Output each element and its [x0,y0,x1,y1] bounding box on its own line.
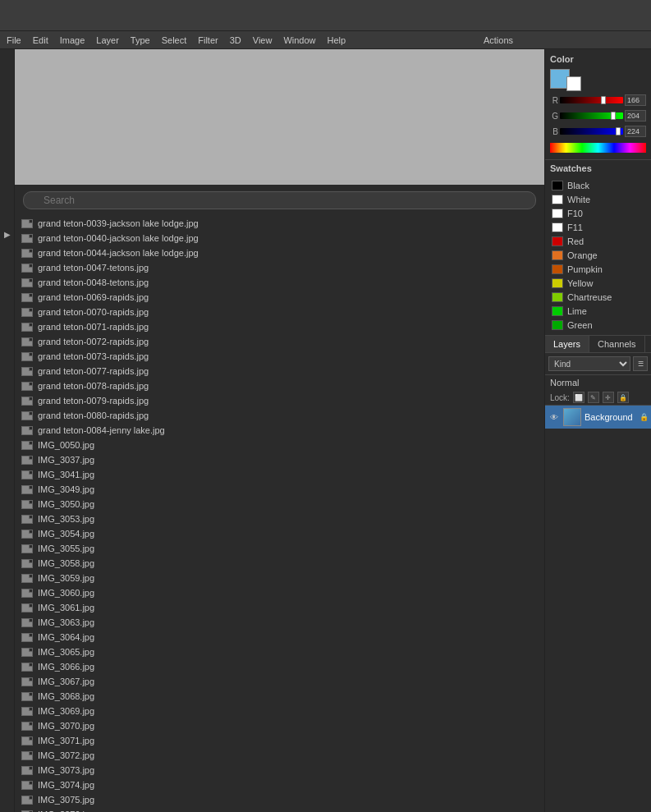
menu-3d[interactable]: 3D [230,35,241,45]
list-item[interactable]: grand teton-0039-jackson lake lodge.jpg [15,216,544,231]
swatch-item[interactable]: Black [550,178,646,192]
layer-visibility-icon[interactable]: 👁 [548,411,560,423]
list-item[interactable]: IMG_3066.jpg [15,659,544,674]
list-item[interactable]: IMG_3041.jpg [15,467,544,482]
list-item[interactable]: IMG_3054.jpg [15,526,544,541]
swatch-item[interactable]: Green [550,318,646,332]
list-item[interactable]: IMG_3064.jpg [15,630,544,645]
list-item[interactable]: IMG_3049.jpg [15,482,544,497]
list-item[interactable]: grand teton-0071-rapids.jpg [15,319,544,334]
list-item[interactable]: grand teton-0069-rapids.jpg [15,290,544,305]
g-value[interactable] [625,110,646,122]
file-icon [21,352,33,361]
layer-item-background[interactable]: 👁 Background 🔒 [545,406,651,429]
file-icon [21,485,33,494]
file-name: IMG_3050.jpg [38,499,94,509]
file-icon [21,530,33,539]
file-icon [21,264,33,273]
swatch-item[interactable]: Lime [550,304,646,318]
list-item[interactable]: IMG_3058.jpg [15,556,544,571]
search-input[interactable] [23,191,536,209]
menu-view[interactable]: View [253,35,273,45]
list-item[interactable]: IMG_3037.jpg [15,452,544,467]
menu-image[interactable]: Image [60,35,85,45]
file-icon [21,293,33,302]
b-value[interactable] [625,126,646,137]
list-item[interactable]: IMG_3053.jpg [15,512,544,526]
menu-filter[interactable]: Filter [198,35,218,45]
list-item[interactable]: grand teton-0044-jackson lake lodge.jpg [15,245,544,260]
list-item[interactable]: IMG_3067.jpg [15,674,544,689]
swatch-item[interactable]: Yellow [550,276,646,290]
menu-type[interactable]: Type [131,35,150,45]
file-list[interactable]: grand teton-0039-jackson lake lodge.jpgg… [15,216,544,812]
swatch-item[interactable]: F11 [550,220,646,234]
tab-channels[interactable]: Channels [589,336,644,352]
list-item[interactable]: IMG_3075.jpg [15,792,544,807]
list-item[interactable]: IMG_3076.jpg [15,807,544,812]
spectrum-bar[interactable] [550,143,646,153]
swatch-color-box [552,264,563,274]
list-item[interactable]: grand teton-0070-rapids.jpg [15,305,544,319]
list-item[interactable]: IMG_3068.jpg [15,689,544,704]
tab-layers[interactable]: Layers [545,336,589,352]
blend-mode: Normal [545,375,651,390]
lock-position-btn[interactable]: ✎ [588,392,599,403]
list-item[interactable]: grand teton-0079-rapids.jpg [15,393,544,408]
r-slider-row: R [550,94,646,106]
list-item[interactable]: IMG_3071.jpg [15,733,544,748]
swatch-item[interactable]: F10 [550,206,646,220]
swatch-item[interactable]: Pumpkin [550,262,646,276]
list-item[interactable]: grand teton-0073-rapids.jpg [15,349,544,364]
list-item[interactable]: grand teton-0080-rapids.jpg [15,408,544,423]
list-item[interactable]: IMG_0050.jpg [15,438,544,452]
list-item[interactable]: grand teton-0078-rapids.jpg [15,378,544,393]
list-item[interactable]: IMG_3069.jpg [15,704,544,718]
list-item[interactable]: grand teton-0040-jackson lake lodge.jpg [15,231,544,245]
list-item[interactable]: grand teton-0048-tetons.jpg [15,275,544,290]
swatch-item[interactable]: Chartreuse [550,290,646,304]
expand-arrow[interactable]: ▶ [4,230,11,239]
menu-edit[interactable]: Edit [33,35,48,45]
b-slider[interactable] [560,128,623,135]
list-item[interactable]: IMG_3070.jpg [15,718,544,733]
list-item[interactable]: IMG_3059.jpg [15,571,544,585]
swatch-color-box [552,250,563,260]
menu-file[interactable]: File [7,35,21,45]
list-item[interactable]: grand teton-0077-rapids.jpg [15,364,544,378]
menu-bar: File Edit Image Layer Type Select Filter… [0,31,651,49]
r-slider[interactable] [560,97,623,103]
list-item[interactable]: IMG_3063.jpg [15,615,544,630]
list-item[interactable]: IMG_3072.jpg [15,748,544,763]
layer-btn-1[interactable]: ☰ [633,356,648,371]
center-panel: 🔍 grand teton-0039-jackson lake lodge.jp… [15,49,544,812]
list-item[interactable]: IMG_3050.jpg [15,497,544,512]
list-item[interactable]: grand teton-0072-rapids.jpg [15,334,544,349]
lock-pixels-btn[interactable]: ⬜ [573,392,585,403]
kind-select[interactable]: Kind [548,356,630,371]
menu-layer[interactable]: Layer [96,35,119,45]
swatches-section: Swatches BlackWhiteF10F11RedOrangePumpki… [545,160,651,336]
swatch-item[interactable]: Red [550,234,646,248]
g-slider[interactable] [560,112,623,119]
b-slider-container [560,128,623,135]
menu-window[interactable]: Window [283,35,315,45]
list-item[interactable]: IMG_3074.jpg [15,778,544,792]
menu-select[interactable]: Select [162,35,187,45]
list-item[interactable]: IMG_3065.jpg [15,645,544,659]
lock-all-btn[interactable]: 🔒 [617,392,629,403]
r-value[interactable] [625,94,646,106]
list-item[interactable]: IMG_3061.jpg [15,600,544,615]
list-item[interactable]: grand teton-0084-jenny lake.jpg [15,423,544,438]
list-item[interactable]: IMG_3073.jpg [15,763,544,778]
color-title: Color [550,54,646,64]
swatch-item[interactable]: Orange [550,248,646,262]
lock-move-btn[interactable]: ✛ [603,392,614,403]
swatch-item[interactable]: White [550,192,646,206]
swatch-color-box [552,278,563,288]
list-item[interactable]: IMG_3060.jpg [15,585,544,600]
menu-help[interactable]: Help [328,35,346,45]
background-color-swatch[interactable] [566,76,581,91]
list-item[interactable]: grand teton-0047-tetons.jpg [15,260,544,275]
list-item[interactable]: IMG_3055.jpg [15,541,544,556]
